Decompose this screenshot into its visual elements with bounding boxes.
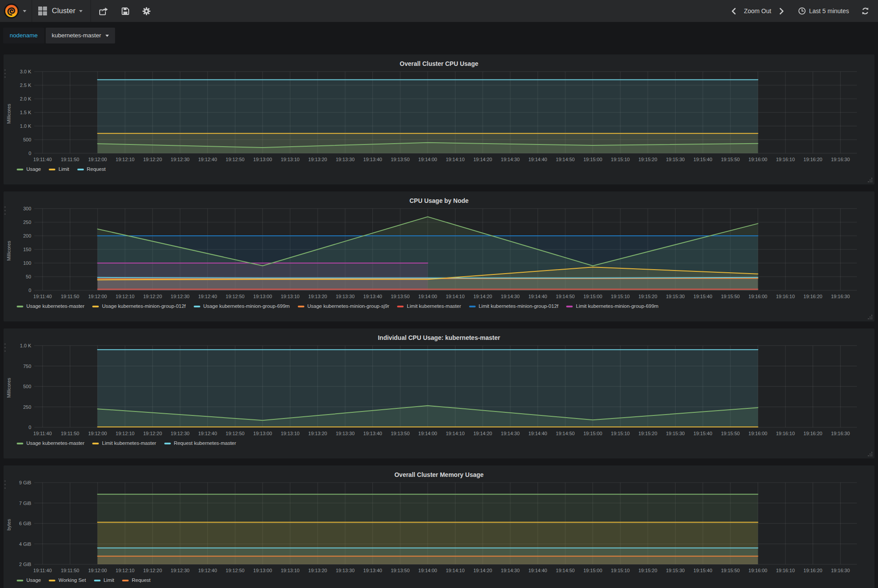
clock-icon: [798, 7, 806, 15]
y-axis-label: Millicores: [5, 210, 12, 292]
refresh-button[interactable]: [853, 7, 871, 15]
x-tick-label: 19:15:40: [694, 294, 712, 299]
legend-series-marker: [194, 306, 200, 307]
x-tick-label: 19:13:10: [281, 568, 300, 573]
legend-item[interactable]: Usage kubernetes-minion-group-699m: [194, 302, 290, 310]
panel-title[interactable]: Overall Cluster Memory Usage: [4, 469, 874, 480]
legend-item[interactable]: Usage kubernetes-minion-group-012f: [92, 302, 186, 310]
legend-item[interactable]: Working Set: [49, 576, 86, 584]
x-tick-label: 19:14:00: [418, 294, 437, 299]
panel-title[interactable]: Individual CPU Usage: kubernetes-master: [4, 332, 874, 343]
top-navbar: Cluster: [0, 0, 878, 22]
chart-plot[interactable]: 19:11:4019:11:5019:12:0019:12:1019:12:20…: [13, 206, 870, 301]
x-tick-label: 19:15:40: [694, 568, 712, 573]
y-tick-label: 300: [23, 206, 31, 211]
x-tick-label: 19:12:50: [226, 431, 245, 436]
x-tick-label: 19:15:20: [639, 157, 658, 162]
x-tick-label: 19:12:00: [88, 568, 107, 573]
y-tick-label: 2.0 K: [20, 96, 31, 101]
x-tick-label: 19:14:30: [501, 157, 520, 162]
save-button[interactable]: [115, 7, 136, 15]
x-tick-label: 19:13:50: [391, 294, 410, 299]
x-tick-label: 19:15:10: [611, 568, 630, 573]
dashboard-title-picker[interactable]: Cluster: [32, 0, 91, 22]
variable-value-dropdown[interactable]: kubernetes-master: [46, 28, 116, 43]
grafana-menu-button[interactable]: [0, 0, 32, 22]
chart-plot[interactable]: 19:11:4019:11:5019:12:0019:12:1019:12:20…: [13, 480, 870, 575]
y-tick-label: 4 GiB: [19, 541, 31, 547]
legend-series-marker: [122, 580, 129, 581]
x-tick-label: 19:14:20: [473, 568, 492, 573]
legend-series-marker: [397, 306, 404, 307]
x-tick-label: 19:15:00: [583, 431, 602, 436]
x-tick-label: 19:14:10: [446, 431, 465, 436]
x-tick-label: 19:14:20: [473, 431, 492, 436]
x-tick-label: 19:14:30: [501, 431, 520, 436]
x-tick-label: 19:15:00: [583, 294, 602, 299]
dashboard-title: Cluster: [52, 7, 76, 15]
legend-item[interactable]: Usage kubernetes-master: [17, 302, 84, 310]
legend-item[interactable]: Limit: [49, 165, 69, 173]
legend-item[interactable]: Limit: [94, 576, 114, 584]
panel-resize-handle[interactable]: [871, 452, 873, 453]
legend-series-marker: [92, 306, 99, 307]
variable-value-text: kubernetes-master: [52, 28, 101, 43]
panel-title[interactable]: CPU Usage by Node: [4, 195, 874, 206]
panel-resize-handle[interactable]: [871, 178, 873, 179]
panel-title[interactable]: Overall Cluster CPU Usage: [4, 58, 874, 69]
series-fill: [98, 556, 758, 564]
gear-icon: [142, 7, 151, 16]
panel-resize-handle[interactable]: [871, 315, 873, 316]
legend-item[interactable]: Usage kubernetes-minion-group-sj9r: [298, 302, 390, 310]
legend-item[interactable]: Limit kubernetes-minion-group-699m: [566, 302, 658, 310]
legend-series-label: Limit kubernetes-minion-group-012f: [479, 302, 559, 310]
time-shift-forward-button[interactable]: [776, 8, 788, 14]
legend-series-label: Request: [132, 576, 151, 584]
y-tick-label: 1.5 K: [20, 110, 31, 115]
x-tick-label: 19:15:50: [721, 294, 740, 299]
legend-series-marker: [566, 306, 573, 307]
time-shift-back-button[interactable]: [728, 8, 740, 14]
panel-individual-cpu-usage: Individual CPU Usage: kubernetes-master …: [4, 328, 874, 458]
legend-item[interactable]: Usage: [17, 576, 41, 584]
zoom-out-button[interactable]: Zoom Out: [740, 7, 776, 14]
x-tick-label: 19:16:20: [803, 294, 822, 299]
legend-item[interactable]: Request kubernetes-master: [164, 439, 236, 447]
time-range-button[interactable]: Last 5 minutes: [794, 7, 853, 15]
legend-series-marker: [17, 169, 23, 170]
x-tick-label: 19:13:00: [253, 294, 272, 299]
legend-item[interactable]: Request: [77, 165, 106, 173]
legend-series-marker: [17, 443, 23, 444]
chart-plot[interactable]: 19:11:4019:11:5019:12:0019:12:1019:12:20…: [13, 69, 870, 164]
share-button[interactable]: [93, 7, 115, 16]
legend-item[interactable]: Limit kubernetes-master: [92, 439, 156, 447]
x-tick-label: 19:14:50: [556, 568, 575, 573]
x-tick-label: 19:14:20: [473, 294, 492, 299]
chevron-left-icon: [731, 8, 736, 14]
x-tick-label: 19:16:20: [803, 431, 822, 436]
x-tick-label: 19:14:00: [418, 157, 437, 162]
legend-item[interactable]: Usage kubernetes-master: [17, 439, 84, 447]
settings-button[interactable]: [136, 7, 157, 16]
time-controls: Zoom Out Last 5 minutes: [728, 0, 878, 22]
legend-item[interactable]: Request: [122, 576, 151, 584]
variable-caret-icon: [105, 35, 109, 37]
x-tick-label: 19:13:30: [336, 157, 354, 162]
y-tick-label: 500: [23, 137, 31, 142]
y-tick-label: 750: [23, 364, 31, 369]
x-tick-label: 19:14:40: [528, 431, 547, 436]
x-tick-label: 19:13:40: [363, 294, 382, 299]
y-tick-label: 6 GiB: [19, 521, 31, 526]
x-tick-label: 19:12:40: [198, 568, 217, 573]
chart-plot[interactable]: 19:11:4019:11:5019:12:0019:12:1019:12:20…: [13, 343, 870, 438]
chart-area: 19:11:4019:11:5019:12:0019:12:1019:12:20…: [13, 206, 874, 301]
legend-item[interactable]: Usage: [17, 165, 41, 173]
legend-item[interactable]: Limit kubernetes-minion-group-012f: [469, 302, 559, 310]
x-tick-label: 19:14:10: [446, 294, 465, 299]
dashboard-actions: [91, 0, 159, 22]
legend-item[interactable]: Limit kubernetes-master: [397, 302, 461, 310]
x-tick-label: 19:13:40: [363, 568, 382, 573]
dashboard-submenu: nodename kubernetes-master: [0, 22, 878, 49]
y-axis-label: Millicores: [5, 347, 12, 429]
x-tick-label: 19:13:40: [363, 431, 382, 436]
